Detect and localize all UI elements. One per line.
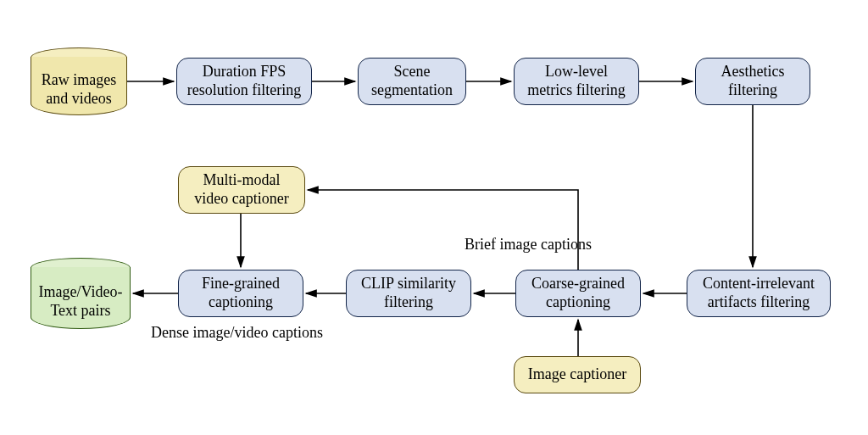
node-fine-captioning: Fine-grainedcaptioning [178, 270, 303, 317]
node-raw-cylinder: Raw imagesand videos [31, 47, 127, 115]
node-content-label: Content-irrelevantartifacts filtering [703, 275, 815, 311]
node-scene-label: Scenesegmentation [371, 63, 453, 99]
node-coarse-captioning: Coarse-grainedcaptioning [515, 270, 641, 317]
node-clip-filtering: CLIP similarityfiltering [346, 270, 471, 317]
node-duration: Duration FPSresolution filtering [176, 58, 312, 105]
edge-label-dense: Dense image/video captions [151, 324, 323, 342]
node-raw-label: Raw imagesand videos [42, 71, 116, 108]
node-content-irrelevant: Content-irrelevantartifacts filtering [687, 270, 831, 317]
node-aesthetics: Aestheticsfiltering [695, 58, 810, 105]
edge-label-brief: Brief image captions [465, 236, 592, 254]
node-output-label: Image/Video-Text pairs [39, 283, 123, 320]
flowchart-canvas: Raw imagesand videos Image/Video-Text pa… [0, 0, 868, 435]
node-aesthetics-label: Aestheticsfiltering [721, 63, 785, 99]
node-lowlevel: Low-levelmetrics filtering [514, 58, 639, 105]
node-scene: Scenesegmentation [358, 58, 466, 105]
node-clip-label: CLIP similarityfiltering [361, 275, 456, 311]
node-imgcap-label: Image captioner [528, 365, 626, 384]
node-output-cylinder: Image/Video-Text pairs [31, 258, 131, 329]
node-coarse-label: Coarse-grainedcaptioning [531, 275, 625, 311]
node-duration-label: Duration FPSresolution filtering [187, 63, 301, 99]
node-lowlevel-label: Low-levelmetrics filtering [527, 63, 625, 99]
node-multimodal-label: Multi-modalvideo captioner [194, 171, 288, 208]
node-image-captioner: Image captioner [514, 356, 641, 393]
node-fine-label: Fine-grainedcaptioning [202, 275, 280, 311]
node-multimodal-captioner: Multi-modalvideo captioner [178, 166, 305, 214]
